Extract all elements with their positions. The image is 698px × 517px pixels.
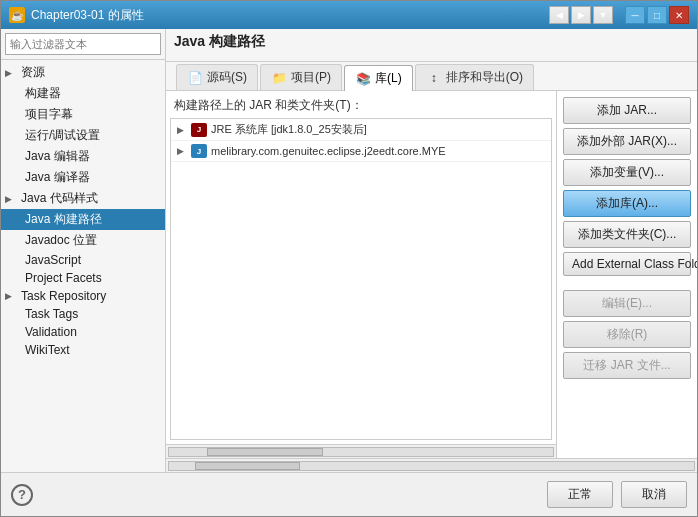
add-jar-button[interactable]: 添加 JAR... [563, 97, 691, 124]
sidebar: ▶ 资源 构建器 项目字幕 运行/调试设置 Java 编辑器 [1, 29, 166, 472]
sidebar-item-label: Validation [25, 325, 77, 339]
sidebar-item-javascript[interactable]: JavaScript [1, 251, 165, 269]
bottom-scroll-track[interactable] [168, 461, 695, 471]
sidebar-item-label: Javadoc 位置 [25, 232, 97, 249]
footer-left: ? [11, 481, 33, 508]
tabs-container: 📄 源码(S) 📁 项目(P) 📚 库(L) ↕ 排序和导出(O) [166, 62, 697, 91]
tab-projects[interactable]: 📁 项目(P) [260, 64, 342, 90]
jar-list-section: 构建路径上的 JAR 和类文件夹(T)： ▶ J JRE 系统库 [jdk1.8… [166, 91, 557, 458]
tab-order-label: 排序和导出(O) [446, 69, 523, 86]
search-input[interactable] [5, 33, 161, 55]
h-scroll-thumb [207, 448, 322, 456]
sidebar-item-label: Java 编译器 [25, 169, 90, 186]
help-button[interactable]: ? [11, 484, 33, 506]
jar-arrow-icon: ▶ [177, 146, 187, 156]
sidebar-item-java-compiler[interactable]: Java 编译器 [1, 167, 165, 188]
jar-item-lib[interactable]: ▶ J melibrary.com.genuitec.eclipse.j2eed… [171, 141, 551, 162]
jar-label-lib: melibrary.com.genuitec.eclipse.j2eedt.co… [211, 145, 446, 157]
h-scrollbar[interactable] [166, 444, 556, 458]
action-buttons: 添加 JAR... 添加外部 JAR(X)... 添加变量(V)... 添加库(… [557, 91, 697, 458]
properties-window: ☕ Chapter03-01 的属性 ◀ ▶ ▼ ─ □ ✕ ▶ [0, 0, 698, 517]
bottom-scroll-thumb [195, 462, 300, 470]
remove-button[interactable]: 移除(R) [563, 321, 691, 348]
tab-projects-label: 项目(P) [291, 69, 331, 86]
back-btn[interactable]: ◀ [549, 6, 569, 24]
tab-source-label: 源码(S) [207, 69, 247, 86]
sidebar-item-resources[interactable]: ▶ 资源 [1, 62, 165, 83]
sidebar-item-run-debug[interactable]: 运行/调试设置 [1, 125, 165, 146]
add-external-jar-button[interactable]: 添加外部 JAR(X)... [563, 128, 691, 155]
sidebar-item-label: Java 编辑器 [25, 148, 90, 165]
sidebar-item-task-repository[interactable]: ▶ Task Repository [1, 287, 165, 305]
forward-btn[interactable]: ▶ [571, 6, 591, 24]
jar-arrow-icon: ▶ [177, 125, 187, 135]
sidebar-item-builder[interactable]: 构建器 [1, 83, 165, 104]
window-title: Chapter03-01 的属性 [31, 7, 144, 24]
main-content: ▶ 资源 构建器 项目字幕 运行/调试设置 Java 编辑器 [1, 29, 697, 472]
tab-order-export[interactable]: ↕ 排序和导出(O) [415, 64, 534, 90]
migrate-jar-button[interactable]: 迁移 JAR 文件... [563, 352, 691, 379]
tab-libraries-label: 库(L) [375, 70, 402, 87]
libraries-tab-icon: 📚 [355, 71, 371, 87]
sidebar-item-javadoc[interactable]: Javadoc 位置 [1, 230, 165, 251]
sidebar-item-label: JavaScript [25, 253, 81, 267]
sidebar-item-label: 资源 [21, 64, 45, 81]
source-tab-icon: 📄 [187, 70, 203, 86]
arrow-icon: ▶ [5, 68, 17, 78]
minimize-btn[interactable]: ─ [625, 6, 645, 24]
sidebar-item-java-editor[interactable]: Java 编辑器 [1, 146, 165, 167]
maximize-btn[interactable]: □ [647, 6, 667, 24]
tab-libraries[interactable]: 📚 库(L) [344, 65, 413, 91]
tab-source[interactable]: 📄 源码(S) [176, 64, 258, 90]
title-bar: ☕ Chapter03-01 的属性 ◀ ▶ ▼ ─ □ ✕ [1, 1, 697, 29]
jar-icon-jre: J [191, 123, 207, 137]
arrow-icon: ▶ [5, 194, 17, 204]
projects-tab-icon: 📁 [271, 70, 287, 86]
footer: ? 正常 取消 [1, 472, 697, 516]
add-class-folder-button[interactable]: 添加类文件夹(C)... [563, 221, 691, 248]
add-external-class-folder-button[interactable]: Add External Class Fold... [563, 252, 691, 276]
h-scroll-track[interactable] [168, 447, 554, 457]
sidebar-item-validation[interactable]: Validation [1, 323, 165, 341]
sidebar-search-container [1, 29, 165, 60]
jar-list[interactable]: ▶ J JRE 系统库 [jdk1.8.0_25安装后] ▶ J melibra… [170, 118, 552, 440]
arrow-icon: ▶ [5, 291, 17, 301]
cancel-button[interactable]: 取消 [621, 481, 687, 508]
jar-icon-lib: J [191, 144, 207, 158]
order-tab-icon: ↕ [426, 70, 442, 86]
add-variable-button[interactable]: 添加变量(V)... [563, 159, 691, 186]
sidebar-item-label: Project Facets [25, 271, 102, 285]
sidebar-item-label: Java 构建路径 [25, 211, 102, 228]
sidebar-item-label: Java 代码样式 [21, 190, 98, 207]
section-label: 构建路径上的 JAR 和类文件夹(T)： [166, 91, 556, 118]
bottom-h-scrollbar[interactable] [166, 458, 697, 472]
panel-header: Java 构建路径 [166, 29, 697, 62]
sidebar-item-label: 项目字幕 [25, 106, 73, 123]
right-panel: Java 构建路径 📄 源码(S) 📁 项目(P) 📚 库(L) ↕ [166, 29, 697, 472]
jar-item-jre[interactable]: ▶ J JRE 系统库 [jdk1.8.0_25安装后] [171, 119, 551, 141]
app-icon: ☕ [9, 7, 25, 23]
sidebar-item-label: WikiText [25, 343, 70, 357]
nav-arrows: ◀ ▶ ▼ [549, 6, 613, 24]
menu-btn[interactable]: ▼ [593, 6, 613, 24]
sidebar-item-project-char[interactable]: 项目字幕 [1, 104, 165, 125]
sidebar-item-task-tags[interactable]: Task Tags [1, 305, 165, 323]
window-controls: ◀ ▶ ▼ ─ □ ✕ [549, 6, 689, 24]
sidebar-item-wikitext[interactable]: WikiText [1, 341, 165, 359]
add-lib-button[interactable]: 添加库(A)... [563, 190, 691, 217]
ok-button[interactable]: 正常 [547, 481, 613, 508]
sidebar-tree: ▶ 资源 构建器 项目字幕 运行/调试设置 Java 编辑器 [1, 60, 165, 472]
sidebar-item-label: Task Repository [21, 289, 106, 303]
sidebar-item-label: 构建器 [25, 85, 61, 102]
jar-label-jre: JRE 系统库 [jdk1.8.0_25安装后] [211, 122, 367, 137]
panel-body: 构建路径上的 JAR 和类文件夹(T)： ▶ J JRE 系统库 [jdk1.8… [166, 91, 697, 458]
edit-button[interactable]: 编辑(E)... [563, 290, 691, 317]
sidebar-item-java-build-path[interactable]: Java 构建路径 [1, 209, 165, 230]
sidebar-item-label: 运行/调试设置 [25, 127, 100, 144]
panel-title: Java 构建路径 [174, 33, 265, 51]
sidebar-item-label: Task Tags [25, 307, 78, 321]
sidebar-item-java-code-style[interactable]: ▶ Java 代码样式 [1, 188, 165, 209]
title-bar-content: ☕ Chapter03-01 的属性 [9, 7, 144, 24]
close-btn[interactable]: ✕ [669, 6, 689, 24]
sidebar-item-project-facets[interactable]: Project Facets [1, 269, 165, 287]
